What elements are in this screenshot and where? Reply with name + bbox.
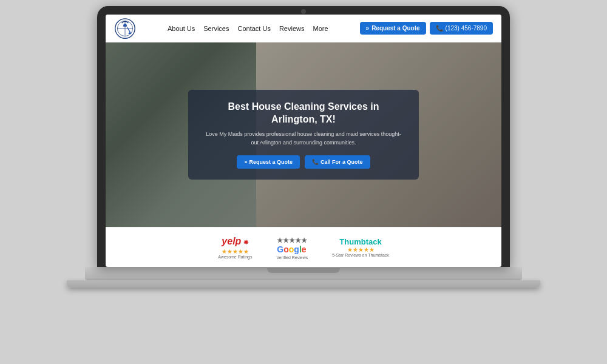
nav-reviews[interactable]: Reviews (279, 25, 305, 32)
laptop-notch (267, 268, 340, 273)
nav-services[interactable]: Services (203, 25, 229, 32)
hero-title: Best House Cleaning Services in Arlingto… (205, 101, 402, 126)
hero-content: Best House Cleaning Services in Arlingto… (106, 42, 501, 227)
laptop-screen-inner: About Us Services Contact Us Reviews Mor… (106, 15, 501, 267)
phone-button[interactable]: 📞 (123) 456-7890 (430, 22, 493, 35)
google-logo: ★★★★★ Google (277, 235, 307, 254)
reviews-bar: yelp ✸ ★★★★★ Awesome Ratings ★★★★★ Googl… (106, 227, 501, 267)
header-actions: Request a Quote 📞 (123) 456-7890 (360, 22, 493, 35)
yelp-label: Awesome Ratings (218, 255, 252, 259)
nav-contact-us[interactable]: Contact Us (237, 25, 270, 32)
laptop-container: About Us Services Contact Us Reviews Mor… (55, 6, 552, 358)
hero-section: Best House Cleaning Services in Arlingto… (106, 42, 501, 267)
yelp-review: yelp ✸ ★★★★★ Awesome Ratings (218, 236, 252, 259)
phone-icon: 📞 (436, 25, 443, 32)
hero-text-box: Best House Cleaning Services in Arlingto… (188, 90, 419, 180)
website: About Us Services Contact Us Reviews Mor… (106, 15, 501, 267)
svg-line-5 (127, 27, 131, 33)
hero-quote-label: Request a Quote (249, 159, 293, 165)
logo-icon (114, 18, 136, 39)
nav-about-us[interactable]: About Us (168, 25, 195, 32)
chevron-icon-hero: » (244, 159, 247, 165)
hero-call-label: Call For a Quote (320, 159, 363, 165)
site-nav: About Us Services Contact Us Reviews Mor… (168, 25, 328, 32)
chevron-icon (366, 25, 370, 32)
nav-more[interactable]: More (313, 25, 328, 32)
thumbtack-logo: Thumbtack (339, 237, 381, 246)
phone-icon-hero: 📞 (312, 159, 319, 165)
yelp-logo: yelp ✸ (222, 236, 248, 247)
hero-call-button[interactable]: 📞 Call For a Quote (305, 155, 370, 169)
google-review: ★★★★★ Google Verified Reviews (276, 235, 308, 260)
hero-subtitle: Love My Maids provides professional hous… (205, 130, 402, 147)
site-header: About Us Services Contact Us Reviews Mor… (106, 15, 501, 42)
laptop-bottom (67, 280, 540, 288)
laptop-base (85, 267, 522, 280)
request-quote-button[interactable]: Request a Quote (360, 22, 426, 35)
hero-buttons: » Request a Quote 📞 Call For a Quote (205, 155, 402, 169)
yelp-stars: ★★★★★ (222, 248, 249, 255)
thumbtack-stars: ★★★★★ (347, 246, 375, 253)
svg-point-4 (123, 23, 126, 26)
laptop-camera (301, 9, 306, 14)
quote-button-label: Request a Quote (371, 25, 419, 32)
laptop-screen: About Us Services Contact Us Reviews Mor… (97, 6, 510, 267)
google-label: Verified Reviews (276, 255, 308, 260)
thumbtack-label: 5-Star Reviews on Thumbtack (332, 253, 389, 257)
hero-quote-button[interactable]: » Request a Quote (237, 155, 300, 169)
phone-number: (123) 456-7890 (446, 25, 487, 32)
site-logo (114, 18, 136, 39)
thumbtack-review: Thumbtack ★★★★★ 5-Star Reviews on Thumbt… (332, 237, 389, 257)
